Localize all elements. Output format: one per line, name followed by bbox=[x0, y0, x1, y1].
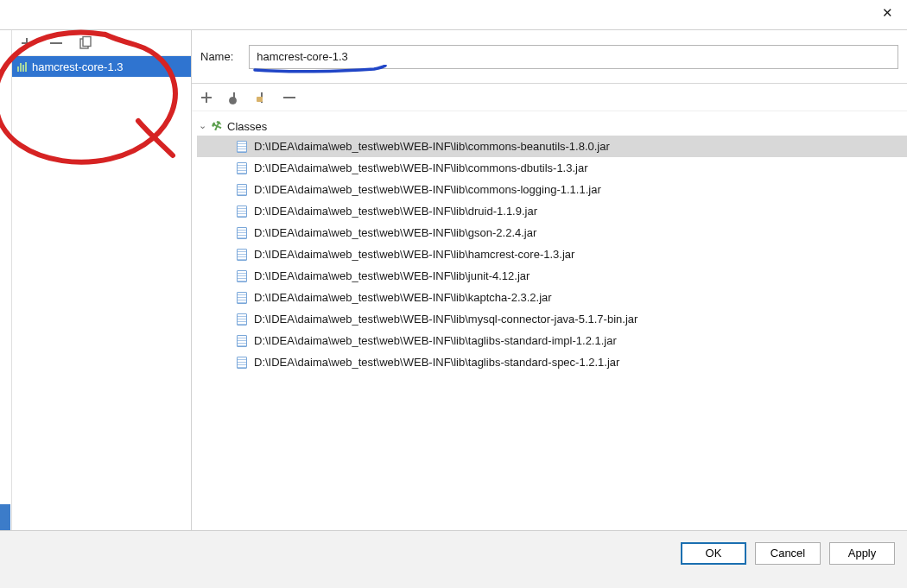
library-icon bbox=[17, 61, 27, 72]
copy-library-icon[interactable] bbox=[78, 35, 93, 51]
tree-file-item[interactable]: D:\IDEA\daima\web_test\web\WEB-INF\lib\m… bbox=[197, 308, 907, 330]
tree-file-label: D:\IDEA\daima\web_test\web\WEB-INF\lib\j… bbox=[254, 269, 530, 282]
tree-file-label: D:\IDEA\daima\web_test\web\WEB-INF\lib\m… bbox=[254, 313, 637, 326]
tree-file-item[interactable]: D:\IDEA\daima\web_test\web\WEB-INF\lib\d… bbox=[197, 200, 907, 222]
ok-button[interactable]: OK bbox=[681, 542, 746, 565]
classes-root-node[interactable]: ⌄ ⚒ Classes bbox=[197, 117, 907, 136]
add-library-icon[interactable] bbox=[19, 35, 35, 51]
classes-toolbar bbox=[192, 84, 907, 111]
tree-file-item[interactable]: D:\IDEA\daima\web_test\web\WEB-INF\lib\h… bbox=[197, 243, 907, 265]
tree-file-item[interactable]: D:\IDEA\daima\web_test\web\WEB-INF\lib\c… bbox=[197, 157, 907, 179]
jar-file-icon bbox=[237, 357, 247, 369]
jar-file-icon bbox=[237, 313, 247, 326]
content-panel: Name: ⌄ ⚒ Classes D:\IDEA\daima\web_test… bbox=[192, 30, 907, 530]
tree-file-item[interactable]: D:\IDEA\daima\web_test\web\WEB-INF\lib\t… bbox=[197, 330, 907, 351]
jar-file-icon bbox=[237, 292, 247, 304]
tree-file-label: D:\IDEA\daima\web_test\web\WEB-INF\lib\c… bbox=[254, 183, 601, 196]
jar-file-icon bbox=[237, 249, 247, 261]
jar-file-icon bbox=[237, 162, 247, 174]
main-area: hamcrest-core-1.3 Name: ⌄ ⚒ Classes D:\I… bbox=[0, 29, 907, 530]
sidebar-library-item[interactable]: hamcrest-core-1.3 bbox=[12, 56, 191, 77]
library-list: hamcrest-core-1.3 bbox=[12, 56, 191, 530]
add-url-classes-icon[interactable] bbox=[226, 90, 242, 105]
remove-library-icon[interactable] bbox=[48, 35, 64, 51]
add-classes-icon[interactable] bbox=[199, 90, 214, 105]
tree-file-label: D:\IDEA\daima\web_test\web\WEB-INF\lib\c… bbox=[254, 140, 610, 153]
add-directory-classes-icon[interactable] bbox=[254, 90, 270, 105]
cancel-button[interactable]: Cancel bbox=[755, 542, 821, 565]
classes-tree: ⌄ ⚒ Classes D:\IDEA\daima\web_test\web\W… bbox=[192, 111, 907, 530]
title-bar: ✕ bbox=[0, 0, 907, 29]
library-sidebar: hamcrest-core-1.3 bbox=[12, 30, 192, 530]
svg-rect-1 bbox=[83, 37, 91, 47]
tree-file-item[interactable]: D:\IDEA\daima\web_test\web\WEB-INF\lib\j… bbox=[197, 265, 907, 287]
library-name-input[interactable] bbox=[249, 45, 898, 69]
name-row: Name: bbox=[192, 30, 907, 84]
sidebar-toolbar bbox=[12, 30, 191, 56]
tree-file-label: D:\IDEA\daima\web_test\web\WEB-INF\lib\t… bbox=[254, 356, 619, 369]
classes-root-label: Classes bbox=[227, 120, 267, 133]
tree-file-label: D:\IDEA\daima\web_test\web\WEB-INF\lib\g… bbox=[254, 226, 536, 239]
apply-button[interactable]: Apply bbox=[829, 542, 895, 565]
tree-file-label: D:\IDEA\daima\web_test\web\WEB-INF\lib\k… bbox=[254, 291, 552, 304]
remove-classes-icon[interactable] bbox=[282, 90, 297, 105]
close-button[interactable]: ✕ bbox=[867, 0, 907, 26]
sidebar-item-label: hamcrest-core-1.3 bbox=[32, 60, 123, 73]
tree-file-item[interactable]: D:\IDEA\daima\web_test\web\WEB-INF\lib\c… bbox=[197, 136, 907, 157]
jar-file-icon bbox=[237, 227, 247, 239]
jar-file-icon bbox=[237, 270, 247, 282]
tree-file-label: D:\IDEA\daima\web_test\web\WEB-INF\lib\d… bbox=[254, 205, 537, 218]
jar-file-icon bbox=[237, 205, 247, 218]
jar-file-icon bbox=[237, 335, 247, 347]
tree-file-label: D:\IDEA\daima\web_test\web\WEB-INF\lib\t… bbox=[254, 334, 617, 347]
tree-file-item[interactable]: D:\IDEA\daima\web_test\web\WEB-INF\lib\c… bbox=[197, 179, 907, 200]
tree-file-item[interactable]: D:\IDEA\daima\web_test\web\WEB-INF\lib\g… bbox=[197, 222, 907, 243]
jar-file-icon bbox=[237, 184, 247, 196]
name-label: Name: bbox=[200, 50, 233, 63]
left-gutter bbox=[0, 30, 12, 530]
tree-file-item[interactable]: D:\IDEA\daima\web_test\web\WEB-INF\lib\k… bbox=[197, 287, 907, 308]
jar-file-icon bbox=[237, 141, 247, 153]
tree-file-label: D:\IDEA\daima\web_test\web\WEB-INF\lib\h… bbox=[254, 248, 574, 261]
hammer-icon: ⚒ bbox=[209, 117, 223, 133]
tree-file-item[interactable]: D:\IDEA\daima\web_test\web\WEB-INF\lib\t… bbox=[197, 351, 907, 373]
chevron-down-icon: ⌄ bbox=[199, 120, 206, 131]
dialog-button-row: OK Cancel Apply bbox=[0, 530, 907, 575]
tree-file-label: D:\IDEA\daima\web_test\web\WEB-INF\lib\c… bbox=[254, 161, 588, 174]
